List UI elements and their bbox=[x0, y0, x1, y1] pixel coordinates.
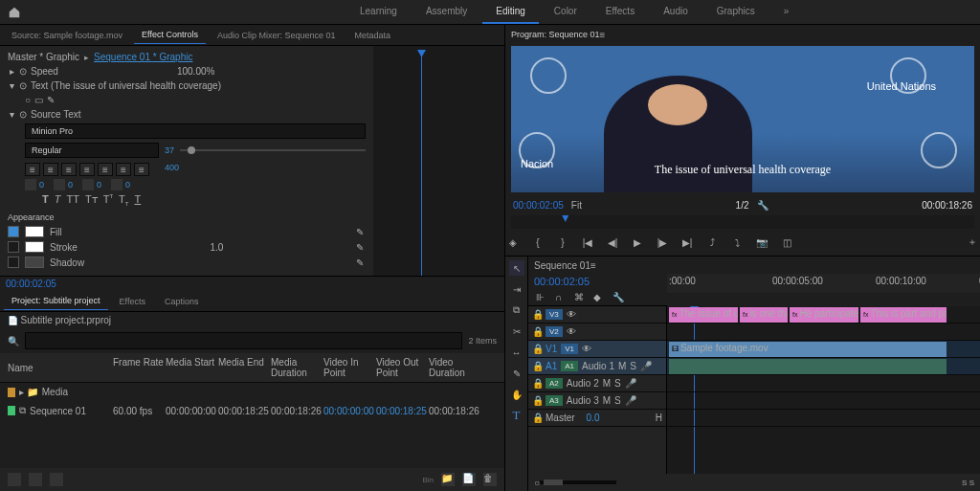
shadow-eyedrop[interactable]: ✎ bbox=[356, 257, 366, 267]
stroke-swatch[interactable] bbox=[25, 241, 44, 253]
align-justify[interactable]: ≡ bbox=[79, 163, 95, 176]
type-tool-icon[interactable]: T bbox=[509, 408, 524, 423]
graphic-clip[interactable]: fx is one that the bbox=[740, 307, 788, 323]
hand-tool-icon[interactable]: ✋ bbox=[509, 387, 524, 402]
export-frame-icon[interactable]: 📷 bbox=[754, 234, 769, 250]
list-item[interactable]: ▸ 📁Media bbox=[0, 383, 504, 401]
prop-0[interactable]: 0 bbox=[39, 180, 44, 190]
hdr-vd[interactable]: Video Duration bbox=[429, 357, 481, 378]
align-justify3[interactable]: ≡ bbox=[116, 163, 131, 176]
project-tab[interactable]: Project: Subtitle project bbox=[4, 292, 108, 310]
pen-tool-icon[interactable]: ✎ bbox=[509, 366, 524, 381]
add-marker-icon[interactable]: ◈ bbox=[505, 234, 521, 250]
compare-icon[interactable]: ◫ bbox=[779, 234, 794, 250]
tl-ruler[interactable]: :00:00 00:00:05:00 00:00:10:00 00:00:1 bbox=[667, 274, 980, 293]
project-search[interactable] bbox=[25, 332, 462, 349]
magnet-icon[interactable]: ∩ bbox=[555, 292, 567, 303]
ws-effects[interactable]: Effects bbox=[592, 0, 648, 24]
settings-icon[interactable]: 🔧 bbox=[612, 292, 624, 303]
align-center[interactable]: ≡ bbox=[43, 163, 58, 176]
font-select[interactable] bbox=[25, 123, 366, 139]
lock-a3[interactable]: 🔒 bbox=[532, 395, 542, 406]
stroke-width[interactable]: 1.0 bbox=[211, 242, 224, 253]
voice-a3[interactable]: 🎤 bbox=[625, 395, 636, 406]
audio-clip[interactable] bbox=[669, 359, 947, 374]
graphic-clip[interactable]: fx He participated not too bbox=[790, 307, 858, 323]
ws-learning[interactable]: Learning bbox=[346, 0, 411, 24]
hdr-ms[interactable]: Media Start bbox=[166, 357, 218, 378]
audio-mixer-tab[interactable]: Audio Clip Mixer: Sequence 01 bbox=[210, 27, 344, 44]
new-item-icon[interactable]: 📄 bbox=[462, 473, 476, 486]
program-ruler[interactable] bbox=[511, 215, 974, 229]
list-view-icon[interactable] bbox=[8, 473, 21, 486]
faux-bold[interactable]: T bbox=[42, 193, 49, 207]
ws-graphics[interactable]: Graphics bbox=[703, 0, 768, 24]
mute-a3[interactable]: M bbox=[603, 395, 611, 406]
hdr-fr[interactable]: Frame Rate bbox=[113, 357, 166, 378]
mark-in-icon[interactable]: { bbox=[530, 234, 546, 250]
graphic-clip[interactable]: fx This is part and parcel of the bbox=[860, 307, 947, 323]
shadow-checkbox[interactable] bbox=[8, 257, 19, 268]
fill-checkbox[interactable] bbox=[8, 226, 19, 237]
fill-swatch[interactable] bbox=[25, 226, 44, 237]
seq-tab[interactable]: Sequence 01 bbox=[534, 260, 590, 271]
kerning-value[interactable]: 400 bbox=[165, 163, 179, 176]
font-style-select[interactable] bbox=[25, 143, 159, 158]
small-caps[interactable]: Tᴛ bbox=[85, 193, 98, 207]
step-fwd-icon[interactable]: |▶ bbox=[655, 234, 670, 250]
prop-1[interactable]: 0 bbox=[68, 180, 73, 190]
lock-a1[interactable]: 🔒 bbox=[532, 361, 542, 371]
snap-icon[interactable]: ⊪ bbox=[536, 292, 547, 303]
lock-a2[interactable]: 🔒 bbox=[532, 378, 542, 389]
source-tab[interactable]: Source: Sample footage.mov bbox=[4, 27, 130, 44]
all-caps[interactable]: TT bbox=[66, 193, 78, 207]
lock-v1[interactable]: 🔒 bbox=[532, 344, 542, 354]
hdr-md[interactable]: Media Duration bbox=[271, 357, 323, 378]
tl-timecode[interactable]: 00:00:02:05 bbox=[528, 274, 667, 289]
step-back-icon[interactable]: ◀| bbox=[605, 234, 620, 250]
fill-eyedrop[interactable]: ✎ bbox=[356, 227, 366, 236]
icon-view-icon[interactable] bbox=[29, 473, 42, 486]
ec-playhead[interactable] bbox=[421, 50, 422, 276]
solo-a3[interactable]: S bbox=[614, 395, 621, 406]
effect-controls-tab[interactable]: Effect Controls bbox=[134, 26, 206, 44]
hdr-vo[interactable]: Video Out Point bbox=[376, 357, 429, 378]
link-icon[interactable]: ⌘ bbox=[574, 292, 586, 303]
prop-3[interactable]: 0 bbox=[125, 180, 130, 190]
slip-tool-icon[interactable]: ↔ bbox=[509, 345, 524, 360]
underline[interactable]: T bbox=[134, 193, 141, 207]
program-scale[interactable]: 1/2 bbox=[736, 200, 749, 211]
ws-editing[interactable]: Editing bbox=[482, 0, 539, 24]
graphic-clip[interactable]: fx The issue of universal bbox=[669, 307, 738, 323]
ripple-tool-icon[interactable]: ⧉ bbox=[509, 302, 524, 318]
mask-pen-icon[interactable]: ✎ bbox=[47, 95, 55, 105]
razor-tool-icon[interactable]: ✂ bbox=[509, 324, 524, 339]
go-out-icon[interactable]: ▶| bbox=[679, 234, 695, 250]
eye-v2[interactable]: 👁 bbox=[567, 326, 576, 337]
new-bin-icon[interactable]: 📁 bbox=[441, 473, 455, 486]
metadata-tab[interactable]: Metadata bbox=[347, 27, 399, 44]
align-left[interactable]: ≡ bbox=[25, 163, 40, 176]
list-item[interactable]: ⧉Sequence 01 60.00 fps 00:00:00:00 00:00… bbox=[0, 401, 504, 420]
effects-tab[interactable]: Effects bbox=[112, 293, 153, 310]
captions-tab[interactable]: Captions bbox=[157, 293, 207, 310]
lock-v3[interactable]: 🔒 bbox=[532, 309, 542, 320]
align-justify2[interactable]: ≡ bbox=[98, 163, 113, 176]
eye-v1[interactable]: 👁 bbox=[582, 344, 591, 354]
hdr-name[interactable]: Name bbox=[8, 357, 113, 378]
extract-icon[interactable]: ⤵ bbox=[729, 234, 745, 250]
prop-2[interactable]: 0 bbox=[97, 180, 101, 190]
mark-out-icon[interactable]: } bbox=[555, 234, 570, 250]
hdr-vi[interactable]: Video In Point bbox=[323, 357, 376, 378]
program-tc-in[interactable]: 00:00:02:05 bbox=[513, 200, 564, 211]
lock-v2[interactable]: 🔒 bbox=[532, 326, 542, 337]
trash-icon[interactable]: 🗑 bbox=[483, 473, 497, 486]
mute-a1[interactable]: M bbox=[618, 361, 626, 371]
twirl-text[interactable]: ▾ bbox=[8, 80, 15, 91]
home-icon[interactable] bbox=[8, 6, 21, 19]
twirl-source[interactable]: ▾ bbox=[8, 109, 15, 120]
hdr-me[interactable]: Media End bbox=[218, 357, 271, 378]
ws-color[interactable]: Color bbox=[541, 0, 590, 24]
go-in-icon[interactable]: |◀ bbox=[580, 234, 595, 250]
voice-a1[interactable]: 🎤 bbox=[640, 361, 652, 371]
